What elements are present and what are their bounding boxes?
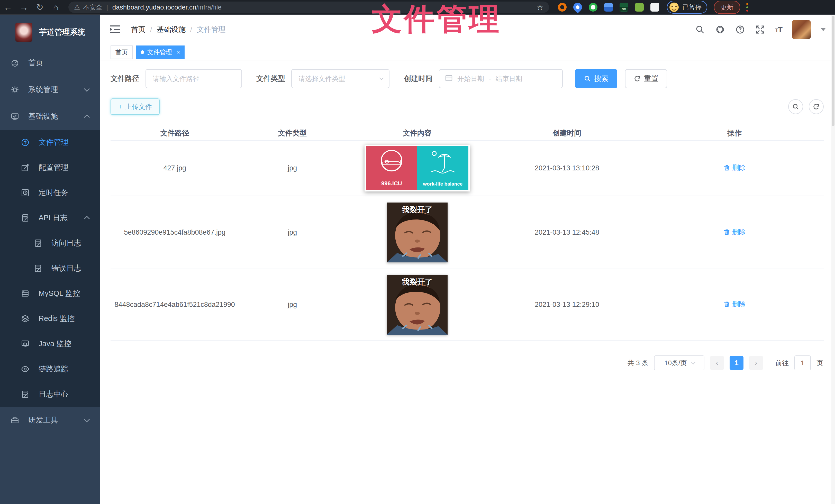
log-doc-icon [21,390,30,399]
security-label[interactable]: 不安全 [83,3,102,12]
log-doc-icon [34,238,43,248]
github-icon[interactable] [715,24,725,35]
chevron-down-icon [379,76,384,80]
sidebar-logo[interactable]: 芋道管理系统 [0,15,100,49]
file-type-select[interactable]: 请选择文件类型 [291,69,389,88]
active-dot [141,50,144,54]
chevron-up-icon [84,114,90,120]
goto-page-input[interactable] [794,355,811,370]
tag-file-manage[interactable]: 文件管理 × [136,45,185,59]
prev-page-button[interactable]: ‹ [710,356,724,370]
breadcrumb-current: 文件管理 [197,25,226,35]
file-preview-996icu[interactable]: 996.ICU work-life balance [365,145,470,191]
browser-menu-icon[interactable] [746,3,748,12]
sidebar-item-home[interactable]: 首页 [0,49,100,76]
infra-submenu: 文件管理 配置管理 定时任务 API 日志 访问日志 [0,130,100,407]
help-icon[interactable] [735,24,745,35]
breadcrumb-infra[interactable]: 基础设施 [157,25,186,35]
profile-avatar [669,3,679,12]
browser-update-button[interactable]: 更新 [714,1,740,14]
edit-icon [21,163,30,172]
extensions-puzzle-icon[interactable] [650,3,659,12]
sidebar-item-trace[interactable]: 链路追踪 [0,356,100,382]
extension-grid-icon[interactable] [604,3,613,12]
close-icon[interactable]: × [177,48,180,56]
sidebar-item-api-log[interactable]: API 日志 [0,205,100,231]
database-icon [21,289,30,298]
sidebar-item-infra[interactable]: 基础设施 [0,103,100,130]
sidebar: 芋道管理系统 首页 系统管理 基础设施 文件管理 [0,15,100,504]
browser-profile-button[interactable]: 已暂停 [667,1,707,14]
back-icon[interactable]: ← [0,0,16,15]
forward-icon[interactable]: → [16,0,32,15]
breadcrumb: 首页 / 基础设施 / 文件管理 [131,25,226,35]
sidebar-item-dev-tools[interactable]: 研发工具 [0,407,100,434]
date-range-picker[interactable]: 开始日期 - 结束日期 [439,69,563,88]
extension-switch-icon[interactable]: on [619,3,628,12]
logo-image [16,23,33,42]
start-date-placeholder[interactable]: 开始日期 [457,74,484,83]
hamburger-icon[interactable] [109,24,121,35]
tag-home[interactable]: 首页 [110,45,133,59]
file-path-input[interactable] [146,75,241,83]
sidebar-item-job[interactable]: 定时任务 [0,180,100,205]
search-button[interactable]: 搜索 [575,69,617,88]
avatar-caret-icon[interactable] [821,28,826,31]
next-page-button[interactable]: › [749,356,763,370]
file-path-cell: 5e8609290e915c4fa8b08e67.jpg [110,229,239,236]
extension-gear-icon[interactable] [558,3,567,12]
end-date-placeholder[interactable]: 结束日期 [496,74,523,83]
delete-button[interactable]: 删除 [724,300,746,309]
delete-button[interactable]: 删除 [724,163,746,172]
tags-view-bar: 首页 文件管理 × [100,44,835,60]
bed-icon [379,149,404,174]
reset-button[interactable]: 重置 [625,69,667,88]
sidebar-item-log-center[interactable]: 日志中心 [0,382,100,407]
fullscreen-icon[interactable] [755,24,765,35]
home-icon[interactable]: ⌂ [48,0,64,15]
sidebar-item-java[interactable]: Java 监控 [0,331,100,356]
created-time-cell: 2021-03-13 12:29:10 [488,301,645,309]
page-1-button[interactable]: 1 [730,356,744,370]
font-size-icon[interactable]: TT [775,25,782,34]
user-avatar[interactable] [792,20,811,39]
delete-button[interactable]: 删除 [724,228,746,236]
file-upload-icon [21,138,30,147]
sidebar-item-file-manage[interactable]: 文件管理 [0,130,100,155]
file-preview-baby-meme[interactable]: 我裂开了 [387,275,448,335]
file-table: 文件路径 文件类型 文件内容 创建时间 操作 427.jpg jpg [110,126,824,340]
breadcrumb-home[interactable]: 首页 [131,25,145,35]
file-type-cell: jpg [239,301,346,309]
table-row: 427.jpg jpg 996.ICU work-life balan [110,141,824,196]
file-preview-baby-meme[interactable]: 我裂开了 [387,203,448,262]
layers-icon [21,314,30,323]
url-text[interactable]: dashboard.yudao.iocoder.cn/infra/file [113,3,222,11]
sidebar-item-mysql[interactable]: MySQL 监控 [0,281,100,306]
file-path-label: 文件路径 [110,74,139,84]
pagination: 共 3 条 10条/页 ‹ 1 › 前往 页 [110,355,824,370]
scrollbar-thumb[interactable] [832,16,834,126]
toggle-search-button[interactable] [788,99,803,114]
bookmark-star-icon[interactable]: ☆ [536,3,544,12]
sidebar-item-access-log[interactable]: 访问日志 [0,231,100,256]
scrollbar[interactable] [831,15,835,504]
screen: ← → ↻ ⌂ ⚠ 不安全 | dashboard.yudao.iocoder.… [0,0,835,504]
sidebar-item-error-log[interactable]: 错误日志 [0,256,100,281]
sidebar-item-config[interactable]: 配置管理 [0,155,100,180]
trash-icon [724,301,730,308]
reload-icon[interactable]: ↻ [32,0,48,15]
extension-leaf-icon[interactable] [635,3,644,12]
extension-pin-icon[interactable] [571,1,584,13]
eye-icon [21,364,30,374]
page-content: 文件路径 文件类型 请选择文件类型 创建时间 开始日期 - 结束日期 [100,60,835,370]
table-header-row: 文件路径 文件类型 文件内容 创建时间 操作 [110,126,824,141]
gear-icon [10,85,20,94]
sidebar-item-redis[interactable]: Redis 监控 [0,306,100,331]
search-icon[interactable] [695,24,705,35]
upload-file-button[interactable]: + 上传文件 [110,99,160,115]
refresh-button[interactable] [809,99,824,114]
extension-ring-icon[interactable] [589,3,597,12]
sidebar-item-system[interactable]: 系统管理 [0,76,100,103]
page-size-select[interactable]: 10条/页 [654,355,705,370]
chart-monitor-icon [21,339,30,349]
